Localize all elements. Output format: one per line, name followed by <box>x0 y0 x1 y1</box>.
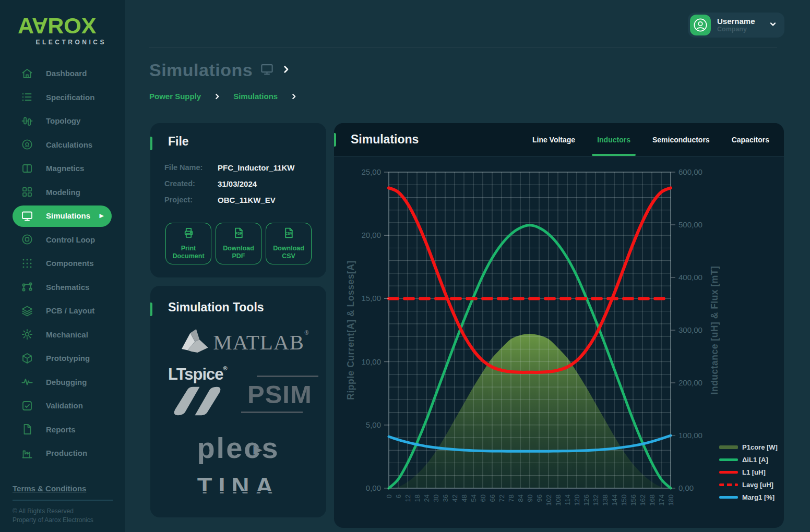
sidebar-item-label: Specification <box>46 93 94 102</box>
sidebar-item-debugging[interactable]: Debugging <box>0 370 125 394</box>
matlab-logo: MATLAB® <box>179 321 309 362</box>
sidebar-footer: Terms & Conditions © All Rights Reserved… <box>13 484 113 525</box>
sidebar-item-pcb-layout[interactable]: PCB / Layout <box>0 299 125 323</box>
page-title: Simulations <box>149 60 253 80</box>
ltspice-wordmark: LTspice® <box>168 365 231 384</box>
svg-text:6: 6 <box>395 494 402 498</box>
sidebar-item-magnetics[interactable]: Magnetics <box>0 156 125 180</box>
svg-text:Ω: Ω <box>25 141 29 148</box>
svg-text:60: 60 <box>479 494 487 502</box>
panel-title: Simulations <box>351 132 419 147</box>
sidebar-item-label: Components <box>46 259 94 268</box>
sidebar-item-topology[interactable]: Topology <box>0 109 125 133</box>
svg-text:150: 150 <box>620 494 628 506</box>
control-loop-icon <box>21 233 33 246</box>
svg-text:20,00: 20,00 <box>361 231 381 239</box>
dual-axis-chart: 0,005,0010,0015,0020,0025,000,00100,0020… <box>334 156 784 528</box>
sidebar-item-components[interactable]: Components <box>0 251 125 275</box>
sidebar-item-label: Validation <box>46 401 83 410</box>
svg-text:78: 78 <box>507 494 515 502</box>
topology-icon <box>21 115 33 127</box>
sidebar-item-label: Reports <box>46 425 76 434</box>
svg-text:48: 48 <box>460 494 468 502</box>
simulation-tools-card: Simulation Tools MATLAB®LTspice®PSIMplec… <box>150 286 326 517</box>
field-value: PFC_Inductor_11KW <box>218 163 295 172</box>
sidebar-item-production[interactable]: Production <box>0 441 125 465</box>
check-square-icon <box>21 400 33 412</box>
sidebar-item-schematics[interactable]: Schematics <box>0 275 125 299</box>
logo-subtitle: ELECTRONICS <box>18 39 106 46</box>
file-card: File File Name:PFC_Inductor_11KWCreated:… <box>150 123 326 277</box>
legend-label: Marg1 [%] <box>742 493 775 501</box>
sidebar-item-control-loop[interactable]: Control Loop <box>0 228 125 252</box>
breadcrumb-simulations[interactable]: Simulations <box>233 92 278 101</box>
tab-capacitors[interactable]: Capacitors <box>732 123 769 156</box>
download-csv-button[interactable]: CSVDownload CSV <box>266 223 312 264</box>
svg-text:10,00: 10,00 <box>361 357 381 366</box>
legend-label: ΔiL1 [A] <box>742 456 768 464</box>
sidebar-item-label: PCB / Layout <box>46 306 94 315</box>
lt-swoosh-icon <box>168 386 227 416</box>
download-pdf-button[interactable]: PDFDownload PDF <box>216 223 261 264</box>
legend-swatch <box>719 445 738 449</box>
tools-card-title: Simulation Tools <box>168 300 264 315</box>
sidebar-item-specification[interactable]: Specification <box>0 86 125 110</box>
sidebar-item-label: Magnetics <box>46 164 84 173</box>
svg-text:15,00: 15,00 <box>361 294 381 303</box>
sidebar: AAROX ELECTRONICS DashboardSpecification… <box>0 0 125 532</box>
plecs-logo: plec▶s <box>150 431 326 465</box>
omega-icon: Ω <box>21 138 33 151</box>
svg-text:90: 90 <box>526 494 534 502</box>
sidebar-item-mechanical[interactable]: Mechanical <box>0 323 125 347</box>
legend-item-il1-a: ΔiL1 [A] <box>719 455 778 464</box>
footer-divider <box>13 500 113 501</box>
user-menu[interactable]: Username Company <box>688 13 784 38</box>
tab-inductors[interactable]: Inductors <box>597 123 630 156</box>
sidebar-item-label: Control Loop <box>46 235 95 244</box>
sidebar-item-label: Production <box>46 449 87 457</box>
pulse-icon <box>21 376 33 388</box>
sidebar-item-validation[interactable]: Validation <box>0 394 125 418</box>
accent-bar <box>334 133 336 147</box>
breadcrumb-power-supply[interactable]: Power Supply <box>149 92 201 101</box>
sidebar-item-label: Dashboard <box>46 69 87 78</box>
tina-logo: TINA <box>150 471 326 500</box>
app-root: AAROX ELECTRONICS DashboardSpecification… <box>0 0 810 532</box>
file-card-title: File <box>168 135 189 149</box>
sidebar-item-modeling[interactable]: Modeling <box>0 180 125 204</box>
print-document-button[interactable]: Print Document <box>165 223 211 264</box>
svg-text:138: 138 <box>601 494 609 506</box>
accent-bar <box>150 303 152 316</box>
sidebar-nav: DashboardSpecificationTopologyΩCalculati… <box>0 62 125 465</box>
terms-link[interactable]: Terms & Conditions <box>13 484 86 493</box>
legend-item-lavg-uh: Lavg [uH] <box>719 480 778 489</box>
sidebar-item-dashboard[interactable]: Dashboard <box>0 62 125 86</box>
sidebar-item-reports[interactable]: Reports <box>0 418 125 442</box>
file-field-row: File Name:PFC_Inductor_11KW <box>164 163 316 172</box>
legend-swatch <box>719 483 738 486</box>
tab-semiconductors[interactable]: Semiconductors <box>652 123 710 156</box>
tab-line-voltage[interactable]: Line Voltage <box>532 123 575 156</box>
chart-area: 0,005,0010,0015,0020,0025,000,00100,0020… <box>334 156 784 528</box>
monitor-icon <box>260 62 274 78</box>
svg-text:114: 114 <box>564 494 571 505</box>
logo-text: AAROX <box>18 15 106 37</box>
legend-label: Lavg [uH] <box>742 481 773 489</box>
svg-text:72: 72 <box>498 494 506 502</box>
svg-text:120: 120 <box>573 494 581 506</box>
components-dots-icon <box>21 257 33 270</box>
schematics-icon <box>21 281 33 293</box>
spec-list-icon <box>21 91 33 103</box>
svg-text:54: 54 <box>470 494 478 502</box>
matlab-wordmark: MATLAB® <box>213 329 309 355</box>
field-label: Project: <box>164 196 218 204</box>
legend-label: L1 [uH] <box>742 468 766 476</box>
sidebar-item-label: Mechanical <box>46 330 88 339</box>
field-label: Created: <box>164 179 218 188</box>
sidebar-item-calculations[interactable]: ΩCalculations <box>0 133 125 157</box>
file-fields: File Name:PFC_Inductor_11KWCreated:31/03… <box>164 163 316 212</box>
sidebar-item-prototyping[interactable]: Prototyping <box>0 346 125 370</box>
sidebar-item-label: Modeling <box>46 188 80 197</box>
psim-wordmark: PSIM <box>247 380 312 408</box>
sidebar-item-simulations[interactable]: Simulations▶ <box>0 204 125 228</box>
